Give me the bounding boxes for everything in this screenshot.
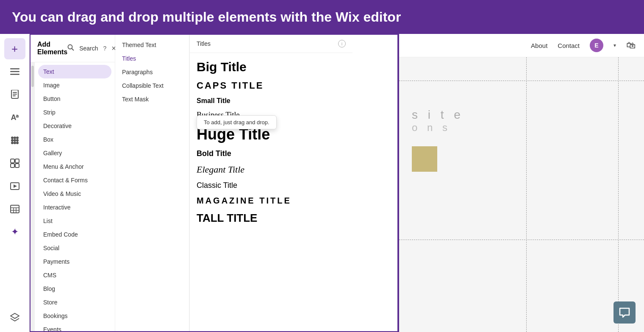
sidebar-media-icon[interactable] [4, 176, 25, 197]
element-caps-title[interactable]: CAPS TITLE [197, 78, 346, 93]
element-elegant-title[interactable]: Elegant Title [197, 162, 346, 177]
element-small-title[interactable]: Small Title [197, 95, 346, 106]
svg-point-14 [14, 142, 16, 144]
element-tall-title[interactable]: TALL TITLE [197, 210, 346, 226]
category-social[interactable]: Social [35, 241, 115, 255]
search-label: Search [79, 45, 98, 52]
sidebar-add-icon[interactable]: + [4, 38, 25, 59]
svg-point-7 [11, 137, 14, 139]
element-big-title[interactable]: Big Title [197, 58, 346, 76]
category-store[interactable]: Store [35, 296, 115, 309]
banner: You can drag and drop multiple elements … [0, 0, 644, 34]
category-image[interactable]: Image [35, 78, 115, 92]
preview-nav: About Contact E ▾ 🛍 [399, 34, 644, 57]
svg-marker-27 [11, 313, 19, 318]
category-blog[interactable]: Blog [35, 282, 115, 296]
category-gallery[interactable]: Gallery [35, 146, 115, 160]
svg-rect-2 [10, 74, 19, 75]
category-decorative[interactable]: Decorative [35, 119, 115, 133]
category-text[interactable]: Text [38, 65, 111, 78]
elements-list: Big Title CAPS TITLE Small Title Busines… [190, 53, 353, 232]
category-events[interactable]: Events [35, 323, 115, 331]
search-icon[interactable] [67, 44, 74, 53]
element-bold-title[interactable]: Bold Title [197, 148, 346, 160]
category-cms[interactable]: CMS [35, 268, 115, 282]
drag-drop-tooltip: To add, just drag and drop. [197, 115, 277, 129]
nav-avatar[interactable]: E [590, 39, 603, 52]
panel-header-icons: Search ? × [67, 44, 116, 53]
svg-point-9 [16, 137, 19, 139]
svg-rect-18 [11, 164, 14, 167]
guide-line-v2 [618, 57, 619, 332]
chat-button[interactable] [613, 301, 636, 324]
categories-list: Text Image Button Strip Decorative Box G… [35, 62, 115, 331]
sidebar-layers-icon[interactable] [4, 307, 25, 328]
svg-point-11 [14, 139, 16, 142]
info-icon[interactable]: i [338, 40, 346, 47]
element-magazine-title[interactable]: MAGAZINE TITLE [197, 194, 346, 207]
nav-contact[interactable]: Contact [558, 42, 580, 49]
svg-rect-19 [15, 164, 19, 167]
category-contact-forms[interactable]: Contact & Forms [35, 173, 115, 187]
category-list[interactable]: List [35, 214, 115, 228]
sidebar-table-icon[interactable] [4, 198, 25, 220]
nav-cart-icon[interactable]: 🛍 [626, 40, 636, 51]
sub-paragraphs[interactable]: Paragraphs [115, 65, 189, 79]
svg-point-15 [16, 142, 19, 144]
category-video-music[interactable]: Video & Music [35, 187, 115, 201]
svg-line-29 [72, 49, 74, 51]
sidebar-icons: + Aᵃ ✦ [0, 34, 30, 332]
guide-line-v1 [526, 57, 527, 332]
main-area: + Aᵃ ✦ Add Elements [0, 34, 644, 332]
nav-chevron-icon[interactable]: ▾ [613, 42, 616, 48]
sidebar-pages-icon[interactable] [4, 84, 25, 105]
guide-line-h1 [399, 81, 644, 81]
svg-rect-17 [15, 159, 19, 163]
tooltip-text: To add, just drag and drop. [204, 119, 269, 126]
category-strip[interactable]: Strip [35, 106, 115, 119]
svg-rect-22 [11, 205, 19, 213]
site-preview-text2: o n s [412, 122, 644, 134]
elements-section-title: Titles [197, 40, 211, 47]
svg-rect-4 [13, 92, 17, 93]
category-payments[interactable]: Payments [35, 255, 115, 268]
nav-about[interactable]: About [531, 42, 547, 49]
sidebar-components-icon[interactable] [4, 153, 25, 174]
element-classic-title[interactable]: Classic Title [197, 179, 346, 192]
category-interactive[interactable]: Interactive [35, 201, 115, 214]
svg-point-8 [14, 137, 16, 139]
svg-rect-0 [10, 68, 19, 70]
guide-line-h2 [399, 240, 644, 240]
category-bookings[interactable]: Bookings [35, 309, 115, 323]
panel-header: Add Elements Search ? × [31, 35, 115, 62]
svg-rect-16 [11, 159, 14, 163]
svg-point-28 [68, 45, 72, 49]
category-button[interactable]: Button [35, 92, 115, 106]
elements-panel-header: Titles i [190, 35, 353, 53]
sub-themed-text[interactable]: Themed Text [115, 38, 189, 52]
sub-text-mask[interactable]: Text Mask [115, 92, 189, 106]
svg-rect-5 [13, 94, 17, 95]
svg-point-12 [16, 139, 19, 142]
sub-collapsible[interactable]: Collapsible Text [115, 79, 189, 92]
site-preview-text1: s i t e [412, 108, 644, 122]
tan-box [412, 146, 437, 172]
category-menu-anchor[interactable]: Menu & Anchor [35, 160, 115, 173]
elements-display-panel: Titles i Big Title CAPS TITLE Small Titl… [189, 35, 353, 331]
sidebar-text-icon[interactable]: Aᵃ [4, 107, 25, 128]
sidebar-menu-icon[interactable] [4, 61, 25, 82]
sidebar-ai-icon[interactable]: ✦ [4, 221, 25, 243]
sidebar-apps-icon[interactable] [4, 130, 25, 151]
svg-point-10 [11, 139, 14, 142]
help-icon[interactable]: ? [103, 45, 107, 52]
banner-text: You can drag and drop multiple elements … [12, 9, 401, 25]
svg-marker-21 [14, 184, 17, 188]
website-preview: About Contact E ▾ 🛍 s i t e o n s [398, 34, 644, 332]
category-embed-code[interactable]: Embed Code [35, 228, 115, 241]
svg-point-13 [11, 142, 14, 144]
panel-title: Add Elements [37, 41, 67, 56]
add-elements-panel: Add Elements Search ? × Text [30, 34, 398, 332]
sub-categories-panel: Themed Text Titles Paragraphs Collapsibl… [115, 35, 189, 331]
category-box[interactable]: Box [35, 133, 115, 146]
sub-titles[interactable]: Titles [115, 52, 189, 65]
